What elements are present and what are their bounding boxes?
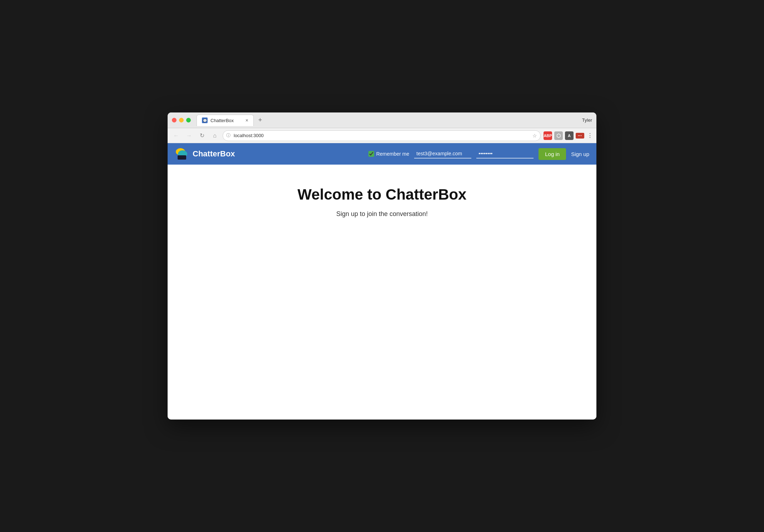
- close-window-button[interactable]: [172, 118, 177, 122]
- browser-window: 💬 ChatterBox × + Tyler ← → ↻ ⌂ ⓘ ☆ ABP ⬡: [168, 112, 596, 420]
- puzzle-extension-icon[interactable]: ⬡: [554, 131, 563, 140]
- remember-me-label: Remember me: [368, 151, 410, 157]
- welcome-subtitle: Sign up to join the conversation!: [336, 210, 428, 218]
- app-navbar: ChatterBox Remember me Log in Sign up: [168, 143, 596, 165]
- title-bar: 💬 ChatterBox × + Tyler: [168, 112, 596, 128]
- brand-logo-link[interactable]: ChatterBox: [175, 147, 235, 161]
- email-input[interactable]: [414, 149, 471, 159]
- address-input[interactable]: [223, 130, 541, 141]
- abp-extension-icon[interactable]: ABP: [544, 131, 552, 140]
- navbar-right: Remember me Log in Sign up: [368, 148, 589, 160]
- login-button[interactable]: Log in: [539, 148, 566, 160]
- remember-me-checkbox[interactable]: [368, 151, 374, 157]
- brand-name: ChatterBox: [193, 149, 235, 159]
- tab-favicon: 💬: [202, 117, 208, 123]
- back-button[interactable]: ←: [171, 131, 181, 141]
- dots-extension-icon[interactable]: •••: [576, 133, 584, 139]
- svg-text:💬: 💬: [203, 119, 207, 123]
- minimize-window-button[interactable]: [179, 118, 184, 122]
- password-input[interactable]: [476, 149, 534, 159]
- new-tab-button[interactable]: +: [255, 115, 265, 125]
- reload-button[interactable]: ↻: [197, 131, 207, 141]
- signup-link[interactable]: Sign up: [571, 151, 589, 157]
- main-content: Welcome to ChatterBox Sign up to join th…: [168, 165, 596, 420]
- tab-bar: 💬 ChatterBox × +: [197, 115, 579, 126]
- browser-menu-button[interactable]: ⋮: [587, 132, 593, 139]
- user-label: Tyler: [582, 117, 592, 123]
- forward-button[interactable]: →: [184, 131, 194, 141]
- a-extension-icon[interactable]: A: [565, 131, 574, 140]
- svg-rect-6: [178, 155, 186, 160]
- address-wrapper: ⓘ ☆: [223, 130, 541, 141]
- bookmark-icon[interactable]: ☆: [532, 133, 537, 139]
- traffic-lights: [172, 118, 191, 122]
- active-tab[interactable]: 💬 ChatterBox ×: [197, 115, 254, 126]
- extension-icons: ABP ⬡ A •••: [544, 131, 584, 140]
- security-icon: ⓘ: [226, 132, 230, 139]
- address-bar: ← → ↻ ⌂ ⓘ ☆ ABP ⬡ A ••• ⋮: [168, 128, 596, 143]
- welcome-title: Welcome to ChatterBox: [298, 186, 467, 203]
- maximize-window-button[interactable]: [186, 118, 191, 122]
- tab-title: ChatterBox: [210, 118, 234, 123]
- tab-close-button[interactable]: ×: [245, 117, 248, 123]
- brand-logo-icon: [175, 147, 189, 161]
- home-button[interactable]: ⌂: [210, 131, 220, 141]
